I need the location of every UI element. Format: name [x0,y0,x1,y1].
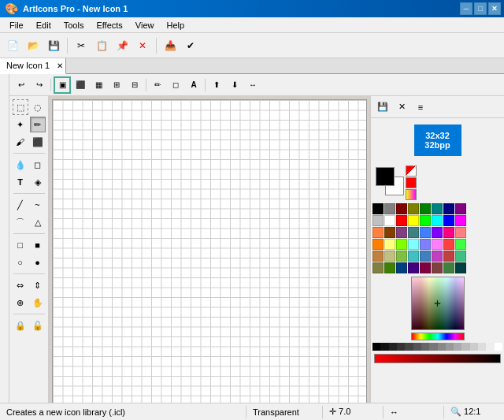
save-icon-button[interactable]: 💾 [374,98,391,116]
menu-help[interactable]: Help [160,19,191,32]
color-cell[interactable] [443,251,454,262]
lock-tool[interactable]: 🔒 [13,318,28,333]
grid2-button[interactable]: ⊟ [126,76,143,94]
rect-fill-tool[interactable]: ■ [30,237,46,253]
delete-button[interactable]: ✕ [133,36,152,55]
grayscale-cell[interactable] [454,343,461,351]
eyedropper-tool[interactable]: 💧 [13,157,28,173]
pencil-tool[interactable]: ✏ [30,117,46,132]
import-button[interactable]: 📥 [161,36,180,55]
color-cell[interactable] [372,227,384,238]
new-button[interactable]: 📄 [3,36,22,55]
color-cell[interactable] [396,251,407,262]
rect-tool[interactable]: □ [13,237,28,253]
color-cell[interactable] [443,262,454,273]
ellipse-fill-tool[interactable]: ● [30,255,46,270]
color-cell[interactable] [420,215,431,226]
color-cell[interactable] [455,239,466,250]
grayscale-cell[interactable] [413,343,421,351]
color-cell[interactable] [455,203,466,214]
color-cell[interactable] [372,215,384,226]
color-cell[interactable] [396,215,407,226]
color-cell[interactable] [432,262,443,273]
color-cell[interactable] [384,227,395,238]
color-cell[interactable] [443,227,454,238]
grayscale-cell[interactable] [446,343,454,351]
minimize-button[interactable]: ─ [460,2,472,15]
color-cell[interactable] [408,239,419,250]
document-tab[interactable]: New Icon 1 ✕ [0,58,66,74]
move-down-button[interactable]: ⬇ [226,76,243,94]
unlock-tool[interactable]: 🔓 [30,318,46,333]
foreground-color-box[interactable] [376,167,395,186]
color-cell[interactable] [408,251,419,262]
color-cell[interactable] [420,251,431,262]
color-cell[interactable] [443,215,454,226]
color-cell[interactable] [443,239,454,250]
color-cell[interactable] [372,262,384,273]
grayscale-cell[interactable] [421,343,429,351]
grayscale-cell[interactable] [397,343,405,351]
rect-select-tool[interactable]: ⬚ [13,99,28,115]
color-picker-gradient[interactable]: + [411,277,465,330]
grayscale-cell[interactable] [405,343,413,351]
brush-tool[interactable]: ✏ [149,76,166,94]
hue-bar[interactable] [411,333,465,340]
color-cell[interactable] [384,239,395,250]
grayscale-cell[interactable] [470,343,478,351]
color-cell[interactable] [372,251,384,262]
mirror-h-tool[interactable]: ⇔ [13,277,28,293]
color-cell[interactable] [396,262,407,273]
select-similar-button[interactable]: ▦ [90,76,107,94]
text-tool-left[interactable]: T [13,174,28,190]
menu-effects[interactable]: Effects [90,19,128,32]
menu-file[interactable]: File [3,19,30,32]
color-cell[interactable] [384,251,395,262]
lasso-tool[interactable]: ◌ [30,99,46,115]
color-cell[interactable] [372,239,384,250]
document-close-button[interactable]: ✕ [57,61,63,70]
grayscale-cell[interactable] [486,343,494,351]
color-cell[interactable] [384,203,395,214]
color-cell[interactable] [455,215,466,226]
menu-view[interactable]: View [129,19,161,32]
export-button[interactable]: ✔ [181,36,200,55]
color-cell[interactable] [420,239,431,250]
color-cell[interactable] [408,203,419,214]
grayscale-cell[interactable] [380,343,388,351]
arc-tool[interactable]: ⌒ [13,214,28,230]
grayscale-cell[interactable] [461,343,469,351]
fg-bg-colors[interactable] [376,167,404,195]
grayscale-cell[interactable] [438,343,446,351]
close-button[interactable]: ✕ [488,2,501,15]
grayscale-cell[interactable] [478,343,486,351]
color-cell[interactable] [455,262,466,273]
layers-button[interactable]: ≡ [412,98,429,116]
hand-tool[interactable]: ✋ [30,295,46,310]
undo-button[interactable]: ↩ [13,76,30,94]
color-cell[interactable] [455,227,466,238]
grayscale-cell[interactable] [495,343,502,351]
menu-tools[interactable]: Tools [57,19,91,32]
color-cell[interactable] [408,227,419,238]
icon-canvas[interactable] [52,99,367,403]
zoom-tool[interactable]: ⊕ [13,295,28,310]
color-cell[interactable] [432,215,443,226]
grayscale-cell[interactable] [372,343,380,351]
gradient-special[interactable] [406,189,417,200]
color-cell[interactable] [396,227,407,238]
color-cell[interactable] [396,239,407,250]
ellipse-tool[interactable]: ○ [13,255,28,270]
brush-tool-left[interactable]: 🖌 [13,134,28,150]
paste-button[interactable]: 📌 [113,36,132,55]
wand-tool[interactable]: ✦ [13,117,28,132]
open-button[interactable]: 📂 [24,36,43,55]
fill-tool[interactable]: ⬛ [30,134,46,150]
transparent-color[interactable] [406,165,417,177]
line-tool[interactable]: ╱ [13,197,28,213]
color-cell[interactable] [443,203,454,214]
canvas-area[interactable] [49,96,370,403]
color-cell[interactable] [396,203,407,214]
save-button[interactable]: 💾 [44,36,63,55]
poly-tool[interactable]: △ [30,214,46,230]
